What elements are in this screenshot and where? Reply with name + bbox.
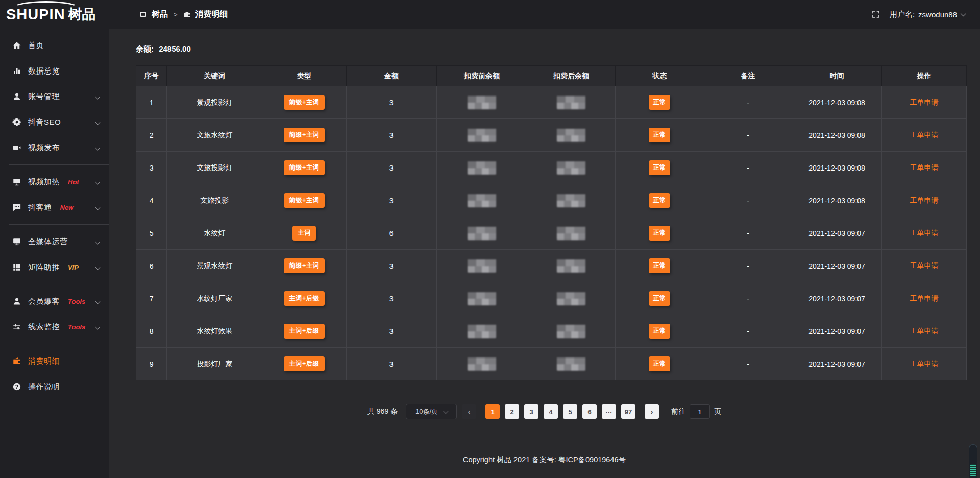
sidebar-item-consume-detail[interactable]: 消费明细 — [0, 348, 109, 374]
blurred-value — [468, 194, 496, 207]
page-button-97[interactable]: 97 — [621, 404, 635, 419]
user-icon — [12, 92, 21, 101]
cell-time: 2021-12-03 09:08 — [792, 86, 882, 119]
prev-page-button[interactable]: ‹ — [462, 404, 476, 419]
cell-remark: - — [704, 315, 792, 348]
ellipsis-button[interactable]: ··· — [602, 404, 616, 419]
question-icon — [12, 382, 21, 391]
cell-balance-after — [527, 250, 615, 282]
blurred-value — [468, 357, 496, 371]
ticket-apply-link[interactable]: 工单申请 — [910, 98, 938, 106]
type-badge: 前缀+主词 — [284, 193, 325, 208]
type-badge: 前缀+主词 — [284, 258, 325, 273]
cell-keyword: 投影灯厂家 — [167, 348, 262, 380]
blurred-value — [557, 161, 585, 175]
sidebar-item-douketong[interactable]: 抖客通 New — [0, 195, 109, 220]
sidebar-item-clue-monitor[interactable]: 线索监控 Tools — [0, 314, 109, 340]
sidebar-item-member-burst[interactable]: 会员爆客 Tools — [0, 289, 109, 314]
cell-index: 5 — [136, 217, 167, 250]
page-button-5[interactable]: 5 — [563, 404, 577, 419]
page-button-6[interactable]: 6 — [582, 404, 597, 419]
ticket-apply-link[interactable]: 工单申请 — [910, 163, 938, 172]
breadcrumb-separator: > — [173, 11, 179, 18]
cell-balance-before — [436, 348, 527, 380]
ticket-apply-link[interactable]: 工单申请 — [910, 360, 938, 368]
chevron-down-icon — [95, 205, 101, 210]
breadcrumb-page[interactable]: 消费明细 — [195, 9, 228, 20]
sidebar-item-douyin-seo[interactable]: 抖音SEO — [0, 109, 109, 135]
cell-time: 2021-12-03 09:07 — [792, 282, 882, 315]
balance-value: 24856.00 — [159, 44, 191, 53]
video-icon — [12, 143, 21, 152]
goto-page-input[interactable] — [690, 404, 710, 419]
cell-amount: 3 — [346, 86, 436, 119]
page-size-select[interactable]: 10条/页 — [406, 404, 457, 419]
table-row: 4 文旅投影 前缀+主词 3 正常 - 2021-12-03 09:08 工单申… — [136, 184, 967, 217]
ticket-apply-link[interactable]: 工单申请 — [910, 294, 938, 302]
sidebar-item-data-overview[interactable]: 数据总览 — [0, 58, 109, 84]
cell-balance-after — [527, 217, 615, 250]
sidebar-item-account-manage[interactable]: 账号管理 — [0, 84, 109, 109]
scrollbar[interactable] — [969, 444, 977, 478]
cell-keyword: 景观水纹灯 — [167, 250, 262, 282]
blurred-value — [557, 96, 585, 109]
ticket-apply-link[interactable]: 工单申请 — [910, 131, 938, 139]
cell-balance-after — [527, 282, 615, 315]
sidebar-item-all-media[interactable]: 全媒体运营 — [0, 229, 109, 254]
cell-status: 正常 — [615, 250, 704, 282]
ticket-apply-link[interactable]: 工单申请 — [910, 327, 938, 335]
cell-balance-before — [436, 119, 527, 152]
column-header: 操作 — [881, 66, 966, 86]
cell-status: 正常 — [615, 152, 704, 184]
page-button-1[interactable]: 1 — [485, 404, 500, 419]
ticket-apply-link[interactable]: 工单申请 — [910, 229, 938, 237]
sidebar-item-video-publish[interactable]: 视频发布 — [0, 135, 109, 160]
page-button-3[interactable]: 3 — [524, 404, 538, 419]
sidebar-item-matrix-boost[interactable]: 矩阵助推 VIP — [0, 254, 109, 280]
sidebar-item-home[interactable]: 首页 — [0, 33, 109, 58]
sidebar-item-badge: VIP — [68, 264, 79, 271]
app-square-icon — [139, 11, 147, 18]
consume-table: 序号关键词类型金额扣费前余额扣费后余额状态备注时间操作 1 景观投影灯 前缀+主… — [136, 65, 967, 380]
cell-amount: 3 — [346, 250, 436, 282]
status-badge: 正常 — [649, 160, 670, 175]
pagination: 共 969 条 10条/页 ‹ 123456···97 › 前往 页 — [109, 404, 980, 419]
sidebar-divider — [9, 224, 109, 225]
fullscreen-icon[interactable] — [871, 10, 880, 19]
sidebar-item-operation-help[interactable]: 操作说明 — [0, 374, 109, 399]
blurred-value — [557, 194, 585, 207]
cell-action: 工单申请 — [881, 250, 966, 282]
cell-balance-after — [527, 119, 615, 152]
blurred-value — [557, 357, 585, 371]
wallet-icon — [183, 11, 191, 18]
sidebar-item-video-heat[interactable]: 视频加热 Hot — [0, 169, 109, 195]
cell-status: 正常 — [615, 315, 704, 348]
cell-keyword: 水纹灯效果 — [167, 315, 262, 348]
ticket-apply-link[interactable]: 工单申请 — [910, 261, 938, 270]
sidebar-item-label: 首页 — [28, 41, 44, 51]
sidebar-item-label: 操作说明 — [28, 382, 60, 392]
status-badge: 正常 — [649, 95, 670, 110]
type-badge: 前缀+主词 — [284, 160, 325, 175]
breadcrumb-app[interactable]: 树品 — [152, 9, 168, 20]
page-button-2[interactable]: 2 — [505, 404, 519, 419]
cell-keyword: 水纹灯厂家 — [167, 282, 262, 315]
cell-status: 正常 — [615, 119, 704, 152]
column-header: 时间 — [792, 66, 882, 86]
table-row: 9 投影灯厂家 主词+后缀 3 正常 - 2021-12-03 09:07 工单… — [136, 348, 967, 380]
sidebar-item-label: 会员爆客 — [28, 297, 60, 306]
sidebar-item-label: 视频加热 — [28, 177, 60, 187]
cell-action: 工单申请 — [881, 152, 966, 184]
scrollbar-thumb — [970, 464, 976, 476]
page-button-4[interactable]: 4 — [544, 404, 558, 419]
cell-keyword: 水纹灯 — [167, 217, 262, 250]
chevron-down-icon — [95, 324, 101, 329]
user-menu[interactable]: 用户名: zswodun88 — [890, 10, 965, 19]
sidebar-item-label: 全媒体运营 — [28, 237, 68, 247]
ticket-apply-link[interactable]: 工单申请 — [910, 196, 938, 204]
chevron-down-icon — [443, 408, 449, 414]
cell-amount: 3 — [346, 152, 436, 184]
next-page-button[interactable]: › — [645, 404, 659, 419]
chevron-down-icon — [961, 11, 966, 16]
cell-remark: - — [704, 86, 792, 119]
